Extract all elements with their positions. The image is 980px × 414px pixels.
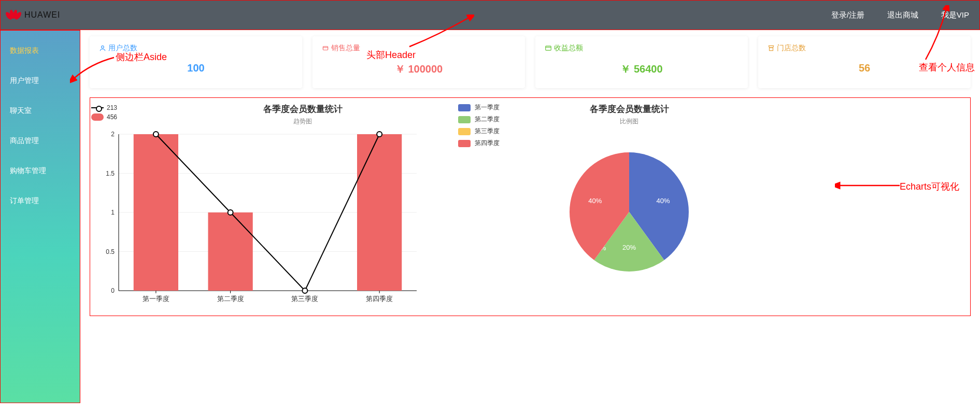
svg-text:1.5: 1.5	[106, 170, 115, 177]
pie-legend: 第一季度 第二季度 第三季度 第四季度	[458, 103, 500, 151]
svg-text:0.5: 0.5	[106, 248, 115, 255]
svg-rect-6	[546, 46, 551, 50]
sell-icon	[322, 45, 329, 52]
sidebar: 数据报表 用户管理 聊天室 商品管理 购物车管理 订单管理	[0, 30, 80, 403]
huawei-icon	[6, 9, 21, 21]
brand-logo: HUAWEI	[6, 9, 60, 21]
header: HUAWEI 登录/注册 退出商城 我是VIP	[0, 0, 980, 30]
svg-text:40%: 40%	[657, 197, 670, 205]
vip-link[interactable]: 我是VIP	[941, 10, 969, 20]
stat-cards: 用户总数 100 销售总量 ￥ 100000 收益总额 ￥ 56400 门店总数…	[90, 36, 971, 88]
pie-svg: 40%20%0%40%	[536, 129, 722, 300]
brand-text: HUAWEI	[24, 10, 60, 20]
card-users: 用户总数 100	[90, 36, 302, 88]
svg-text:第四季度: 第四季度	[366, 295, 393, 303]
svg-text:第三季度: 第三季度	[291, 295, 318, 303]
card-sales-value: ￥ 100000	[322, 62, 516, 76]
card-profit-title: 收益总额	[554, 44, 583, 53]
sidebar-item-chat[interactable]: 聊天室	[1, 96, 80, 126]
svg-rect-5	[323, 47, 328, 50]
svg-text:40%: 40%	[588, 197, 602, 205]
svg-text:2: 2	[111, 131, 115, 138]
login-link[interactable]: 登录/注册	[831, 10, 864, 20]
svg-text:第一季度: 第一季度	[143, 295, 169, 303]
svg-rect-7	[770, 48, 773, 51]
svg-text:20%: 20%	[622, 244, 636, 251]
svg-point-4	[102, 46, 104, 48]
legend-q2-label: 第二季度	[475, 115, 500, 124]
bar-svg: 00.511.52第一季度第二季度第三季度第四季度	[90, 98, 515, 316]
sidebar-item-cart[interactable]: 购物车管理	[1, 156, 80, 186]
sidebar-item-orders[interactable]: 订单管理	[1, 186, 80, 216]
chart-row: 213 456 各季度会员数量统计 趋势图 00.511.52第一季度第二季度第…	[90, 97, 971, 316]
svg-point-33	[377, 132, 382, 137]
legend-q1-label: 第一季度	[475, 103, 500, 112]
legend-q4-swatch	[458, 140, 471, 147]
card-profit-value: ￥ 56400	[545, 62, 738, 76]
svg-rect-21	[357, 134, 402, 291]
legend-q3-swatch	[458, 128, 471, 135]
card-stores-value: 56	[768, 62, 961, 74]
card-stores-title: 门店总数	[777, 44, 806, 53]
sidebar-item-products[interactable]: 商品管理	[1, 126, 80, 156]
legend-q4-label: 第四季度	[475, 139, 500, 148]
card-profit: 收益总额 ￥ 56400	[535, 36, 748, 88]
svg-point-32	[302, 288, 307, 293]
pie-title: 各季度会员数量统计	[536, 103, 722, 115]
svg-point-31	[228, 210, 233, 215]
money-icon	[545, 45, 552, 52]
sidebar-item-users[interactable]: 用户管理	[1, 66, 80, 96]
header-right: 登录/注册 退出商城 我是VIP	[831, 10, 969, 20]
svg-rect-20	[208, 212, 253, 291]
svg-text:1: 1	[111, 209, 115, 216]
card-sales-title: 销售总量	[331, 44, 360, 53]
card-sales: 销售总量 ￥ 100000	[313, 36, 525, 88]
main-content: 用户总数 100 销售总量 ￥ 100000 收益总额 ￥ 56400 门店总数…	[80, 30, 980, 403]
legend-q2-swatch	[458, 116, 471, 123]
legend-q1-swatch	[458, 104, 471, 111]
svg-text:第二季度: 第二季度	[217, 295, 244, 303]
bar-chart: 213 456 各季度会员数量统计 趋势图 00.511.52第一季度第二季度第…	[90, 98, 515, 316]
sidebar-item-reports[interactable]: 数据报表	[1, 36, 80, 66]
legend-q3-label: 第三季度	[475, 127, 500, 136]
shop-icon	[768, 45, 775, 52]
card-users-value: 100	[99, 62, 293, 74]
card-stores: 门店总数 56	[758, 36, 971, 88]
pie-subtitle: 比例图	[536, 117, 722, 126]
exit-link[interactable]: 退出商城	[887, 10, 918, 20]
svg-point-30	[153, 132, 159, 137]
svg-rect-19	[134, 134, 178, 291]
pie-chart: 各季度会员数量统计 比例图 40%20%0%40%	[536, 98, 722, 316]
card-users-title: 用户总数	[108, 44, 137, 53]
svg-text:0: 0	[111, 287, 115, 294]
user-icon	[99, 45, 106, 52]
